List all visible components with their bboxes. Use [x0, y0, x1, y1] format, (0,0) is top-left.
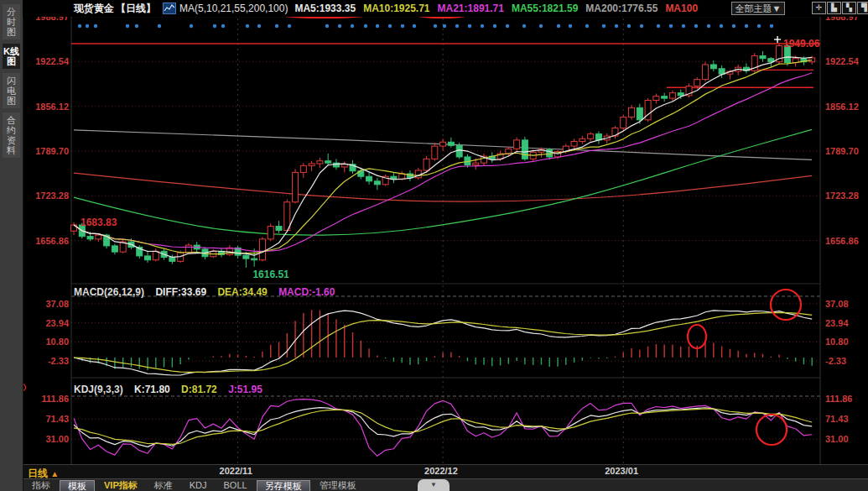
- event-dot: [126, 24, 129, 28]
- panel-flag-icon[interactable]: ▜: [857, 2, 868, 14]
- macd-axis-label: 10.80: [825, 337, 849, 347]
- macd-header: MACD(26,12,9) DIFF:33.69 DEA:34.49 MACD:…: [74, 286, 343, 298]
- symbol-name: 现货黄金: [74, 2, 114, 16]
- event-dot: [190, 24, 193, 28]
- price-axis-label: 1656.86: [825, 236, 859, 246]
- event-dot: [720, 24, 723, 28]
- event-dot: [158, 24, 161, 28]
- event-dot: [481, 24, 484, 28]
- date-label: 2022/11: [220, 466, 252, 476]
- ma-value-0: MA5:1933.35: [294, 3, 356, 14]
- event-dot: [694, 24, 698, 28]
- event-dot: [569, 24, 572, 28]
- theme-dropdown-button[interactable]: 全部主题▼: [731, 2, 785, 15]
- kdj-axis-label: 31.00: [825, 434, 849, 444]
- event-dot: [522, 24, 526, 28]
- collapse-arrow-icon: ▼: [430, 481, 437, 488]
- price-axis-label: 1856.12: [25, 102, 69, 112]
- event-dot: [455, 24, 459, 28]
- chart-canvas[interactable]: 1683.831616.511949.06: [0, 0, 868, 491]
- kdj-axis-label: 71.43: [25, 414, 69, 424]
- kdj-header: KDJ(9,3,3) K:71.80 D:81.72 J:51.95: [74, 384, 271, 395]
- event-dot: [602, 24, 606, 28]
- ma-values: MA5:1933.35MA10:1925.71MA21:1891.71MA55:…: [294, 3, 705, 14]
- bottom-tab-7[interactable]: 管理模板: [312, 480, 364, 491]
- macd-name: MACD(26,12,9): [74, 286, 144, 298]
- event-dot: [732, 24, 735, 28]
- event-dot: [539, 24, 543, 28]
- event-dot: [627, 24, 631, 28]
- kdj-name: KDJ(9,3,3): [74, 384, 123, 395]
- macd-diff-value: DIFF:33.69: [155, 286, 206, 298]
- price-axis-label: 1922.54: [825, 56, 859, 66]
- ma-value-4: MA200:1776.55: [585, 3, 657, 14]
- event-dot: [388, 24, 392, 28]
- macd-axis-label: 10.80: [25, 337, 69, 347]
- event-dot: [257, 24, 261, 28]
- event-dot: [640, 24, 643, 28]
- event-dot: [221, 24, 225, 28]
- macd-axis-label: -2.33: [25, 356, 69, 366]
- event-dot: [493, 24, 496, 28]
- chart-thumbnail-icon: [163, 3, 176, 14]
- left-sidebar: 分时图 K线图 闪电图 合约资料: [0, 0, 23, 491]
- event-dot: [657, 24, 660, 28]
- event-dot: [351, 24, 354, 28]
- event-dot: [325, 24, 329, 28]
- price-axis-label: 1789.70: [825, 146, 859, 156]
- macd-axis-label: 23.94: [825, 318, 849, 328]
- bottom-tab-6[interactable]: 另存模板: [257, 480, 310, 491]
- event-dot: [288, 24, 291, 28]
- bottom-tab-0[interactable]: 指标: [24, 480, 58, 491]
- high-price-label: 1949.06: [783, 38, 820, 50]
- ma-value-1: MA10:1925.71: [363, 3, 429, 14]
- event-dot: [376, 24, 379, 28]
- ma-settings-label: MA(5,10,21,55,200,100): [179, 3, 288, 14]
- event-dot: [135, 24, 138, 28]
- annotation-circle: [771, 290, 801, 320]
- event-dot: [557, 24, 560, 28]
- collapse-handle[interactable]: ▼: [418, 479, 450, 491]
- event-dot: [78, 24, 81, 28]
- event-dot: [745, 24, 748, 28]
- macd-axis-label: -2.33: [825, 356, 846, 366]
- panel-next-icon[interactable]: ▚: [842, 2, 856, 14]
- price-axis-label: 1723.28: [825, 191, 859, 201]
- bottom-tab-2[interactable]: VIP指标: [96, 480, 145, 491]
- kdj-d-value: D:81.72: [181, 384, 217, 395]
- crosshair-icon[interactable]: ✛: [812, 2, 826, 14]
- kdj-axis-label: 71.43: [825, 414, 849, 424]
- sidebar-item-timeshare[interactable]: 分时图: [3, 4, 20, 39]
- bottom-tab-4[interactable]: KDJ: [182, 480, 215, 491]
- event-dot: [757, 24, 761, 28]
- event-dot: [682, 24, 685, 28]
- macd-macd-value: MACD:-1.60: [278, 286, 335, 298]
- top-bar: 现货黄金 【日线】 MA(5,10,21,55,200,100) MA5:193…: [23, 0, 868, 17]
- price-axis-label: 1856.12: [825, 102, 859, 112]
- kdj-k-value: K:71.80: [134, 384, 170, 395]
- event-dot: [413, 24, 416, 28]
- sidebar-item-contract-info[interactable]: 合约资料: [3, 112, 20, 158]
- price-axis-label: 1656.86: [25, 236, 69, 246]
- sidebar-item-kline[interactable]: K线图: [3, 44, 20, 69]
- event-dot: [585, 24, 589, 28]
- bottom-tab-1[interactable]: 模板: [60, 480, 95, 491]
- event-dot: [468, 24, 471, 28]
- date-label: 2022/12: [424, 466, 458, 476]
- period-up-arrow-icon: ▲: [50, 469, 59, 478]
- macd-dea-value: DEA:34.49: [217, 286, 267, 298]
- ma-value-3: MA55:1821.59: [512, 3, 578, 14]
- kdj-axis-label: 111.86: [25, 394, 69, 404]
- macd-axis-label: 37.08: [825, 299, 849, 309]
- bottom-tab-3[interactable]: 标准: [147, 480, 180, 491]
- low-price-label: 1616.51: [252, 269, 289, 280]
- date-label: 2023/01: [605, 466, 638, 476]
- event-dot: [434, 24, 437, 28]
- panel-layout-icon[interactable]: ▙: [827, 2, 841, 14]
- sidebar-item-lightning[interactable]: 闪电图: [3, 73, 20, 108]
- event-dot: [669, 24, 673, 28]
- event-dot: [338, 24, 341, 28]
- event-dot: [443, 24, 446, 28]
- event-dot: [364, 24, 367, 28]
- bottom-tab-5[interactable]: BOLL: [216, 480, 255, 491]
